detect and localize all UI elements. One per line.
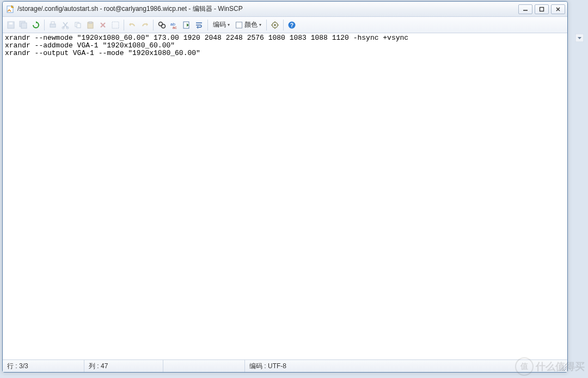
undo-button[interactable] (126, 19, 138, 31)
svg-rect-7 (50, 24, 56, 27)
status-line: 行 : 3/3 (3, 360, 84, 372)
print-button[interactable] (47, 19, 59, 31)
help-button[interactable]: ? (286, 19, 298, 31)
settings-button[interactable] (269, 19, 281, 31)
status-column: 列 : 47 (84, 360, 163, 372)
save-button[interactable] (5, 19, 17, 31)
encoding-dropdown[interactable]: 编码 ▾ (210, 19, 232, 31)
reload-button[interactable] (30, 19, 42, 31)
toolbar-separator (44, 20, 45, 31)
svg-rect-8 (51, 22, 54, 24)
chevron-down-icon: ▾ (228, 22, 230, 27)
toolbar-separator (266, 20, 267, 31)
svg-rect-15 (112, 22, 119, 28)
paste-button[interactable] (84, 19, 96, 31)
window-controls (518, 4, 565, 14)
editor-area[interactable]: xrandr --newmode "1920x1080_60.00" 173.0… (3, 33, 567, 360)
redo-button[interactable] (139, 19, 151, 31)
close-button[interactable] (551, 4, 565, 14)
save-as-button[interactable] (17, 19, 29, 31)
app-icon (6, 5, 15, 14)
color-checkbox (236, 22, 242, 28)
svg-text:ac: ac (173, 26, 177, 29)
cut-button[interactable] (59, 19, 71, 31)
delete-button[interactable] (97, 19, 109, 31)
status-empty (163, 360, 245, 372)
toolbar: abac 编码 ▾ 颜色 ▾ ? (3, 17, 567, 33)
toolbar-separator (124, 20, 124, 31)
scrollbar-down-icon[interactable] (575, 34, 584, 42)
titlebar: /storage/.config/autostart.sh - root@car… (3, 2, 567, 17)
color-dropdown[interactable]: 颜色 ▾ (233, 19, 264, 31)
svg-text:?: ? (290, 22, 293, 28)
minimize-button[interactable] (518, 4, 532, 14)
toolbar-separator (207, 20, 208, 31)
svg-point-17 (162, 24, 166, 28)
find-button[interactable] (156, 19, 168, 31)
status-encoding: 编码 : UTF-8 (245, 360, 558, 372)
color-label: 颜色 (244, 20, 258, 29)
window-title: /storage/.config/autostart.sh - root@car… (17, 4, 518, 14)
encoding-label: 编码 (213, 20, 226, 29)
replace-button[interactable]: abac (168, 19, 180, 31)
copy-button[interactable] (72, 19, 84, 31)
statusbar: 行 : 3/3 列 : 47 编码 : UTF-8 (3, 360, 567, 372)
chevron-down-icon: ▾ (259, 22, 261, 27)
svg-rect-6 (21, 23, 27, 28)
goto-button[interactable] (181, 19, 193, 31)
svg-rect-2 (540, 7, 544, 11)
resize-grip[interactable] (558, 362, 566, 371)
svg-rect-4 (9, 22, 13, 25)
svg-rect-12 (77, 23, 81, 28)
maximize-button[interactable] (535, 4, 549, 14)
word-wrap-button[interactable] (193, 19, 205, 31)
select-all-button[interactable] (109, 19, 121, 31)
toolbar-separator (153, 20, 154, 31)
toolbar-separator (283, 20, 284, 31)
editor-window: /storage/.config/autostart.sh - root@car… (2, 1, 568, 373)
svg-rect-14 (89, 22, 92, 23)
svg-point-22 (274, 24, 276, 26)
